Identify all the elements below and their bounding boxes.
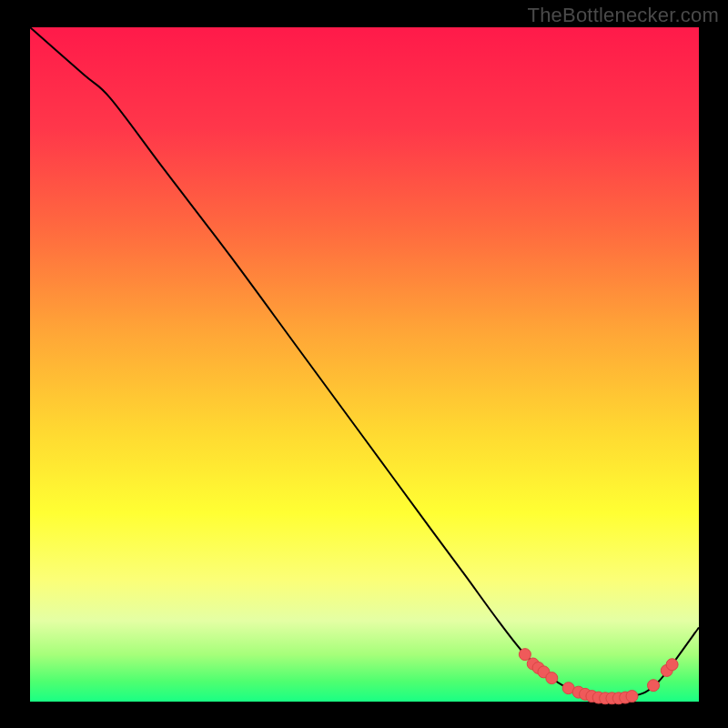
data-marker: [626, 691, 638, 703]
data-marker: [519, 649, 531, 661]
data-marker: [666, 659, 678, 671]
data-marker: [546, 672, 558, 684]
plot-background: [30, 27, 699, 702]
data-marker: [648, 680, 660, 692]
bottleneck-chart: [0, 0, 728, 728]
watermark-text: TheBottlenecker.com: [528, 4, 719, 27]
chart-frame: TheBottlenecker.com: [0, 0, 728, 728]
